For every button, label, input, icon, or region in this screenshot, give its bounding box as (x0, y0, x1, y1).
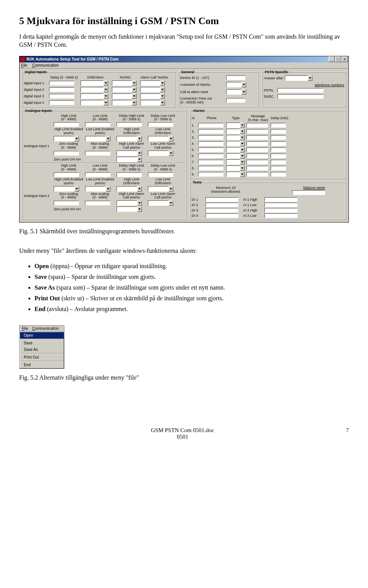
alarm7-type[interactable] (226, 159, 245, 165)
alarm7-msg[interactable] (246, 160, 268, 164)
alarm4-phone[interactable] (198, 141, 223, 146)
di1-nonc-combo[interactable] (112, 80, 139, 86)
alarm1-msg[interactable] (246, 123, 268, 128)
alarm9-type[interactable] (226, 172, 245, 177)
di2-nonc-combo[interactable] (112, 87, 139, 92)
ai1-lowdrift[interactable] (148, 136, 178, 141)
alarm3-msg[interactable] (246, 135, 268, 140)
ai1-highdrift[interactable] (117, 136, 146, 141)
menu-item-saveas[interactable]: Save As (20, 346, 64, 353)
ai1-highen[interactable] (54, 136, 84, 141)
ai2low-text[interactable] (264, 213, 297, 218)
ai1-lowen[interactable] (85, 136, 115, 141)
ai2-lowen[interactable] (85, 186, 115, 192)
alarm7-delay[interactable] (271, 160, 286, 164)
alarm8-phone[interactable] (198, 166, 223, 170)
di2-call-combo[interactable] (140, 87, 167, 92)
alarm5-phone[interactable] (198, 147, 223, 152)
alarm2-delay[interactable] (271, 129, 286, 134)
di3-delay-input[interactable] (49, 94, 74, 98)
alarm4-delay[interactable] (271, 141, 286, 146)
di2-drift-combo[interactable] (80, 87, 110, 92)
ai2-lowcall[interactable] (148, 200, 178, 206)
menu-file[interactable]: File (22, 326, 28, 331)
alarm6-msg[interactable] (246, 154, 268, 158)
answer-after-combo[interactable] (285, 75, 312, 81)
menu-item-open[interactable]: Open (20, 332, 64, 339)
alarm4-type[interactable] (226, 141, 245, 146)
ai2-highdrift[interactable] (117, 186, 146, 192)
alarm8-msg[interactable] (246, 166, 268, 170)
menu-item-printout[interactable]: Print Out (20, 354, 64, 360)
ai1-delaylow[interactable] (148, 122, 173, 127)
alarm5-delay[interactable] (271, 147, 286, 152)
alarm1-phone[interactable] (198, 123, 223, 128)
di2-delay-input[interactable] (49, 87, 74, 92)
ai1-max[interactable] (85, 151, 110, 156)
ai1-lowlimit[interactable] (85, 122, 110, 127)
ai1high-text[interactable] (264, 197, 297, 202)
di4-nonc-combo[interactable] (112, 100, 139, 105)
ai1-delayhigh[interactable] (117, 122, 142, 127)
ai1low-text[interactable] (264, 203, 297, 207)
alarm8-delay[interactable] (271, 166, 286, 170)
ai2-delayhigh[interactable] (117, 172, 142, 177)
ai2-delaylow[interactable] (148, 172, 173, 177)
alarm6-delay[interactable] (271, 154, 286, 158)
di2-text[interactable] (205, 203, 238, 207)
di4-delay-input[interactable] (49, 100, 74, 105)
ai1-zero[interactable] (54, 151, 79, 156)
ai2-highcall[interactable] (117, 200, 146, 206)
di1-drift-combo[interactable] (80, 80, 110, 86)
alarm6-type[interactable] (226, 153, 245, 159)
smsc-number-input[interactable] (278, 94, 324, 99)
di1-delay-input[interactable] (49, 81, 74, 85)
alarm2-type[interactable] (226, 129, 245, 134)
minimize-button[interactable]: _ (329, 56, 335, 62)
menu-file[interactable]: FFileile (21, 63, 27, 67)
alarm1-delay[interactable] (271, 123, 286, 128)
alarm3-phone[interactable] (198, 135, 223, 140)
menu-communication[interactable]: Communication (32, 63, 59, 67)
alarm2-phone[interactable] (198, 129, 223, 134)
alarm5-type[interactable] (226, 147, 245, 152)
alarm3-delay[interactable] (271, 135, 286, 140)
di3-drift-combo[interactable] (80, 93, 110, 99)
ai2-zero[interactable] (54, 201, 79, 205)
alarm8-type[interactable] (226, 165, 245, 171)
ai2-lowlimit[interactable] (85, 172, 110, 177)
di3-text[interactable] (205, 208, 238, 213)
ai2high-text[interactable] (264, 208, 297, 213)
di4-call-combo[interactable] (140, 100, 167, 105)
alarm4-msg[interactable] (246, 141, 268, 146)
maximize-button[interactable]: □ (335, 56, 341, 62)
ai1-zeropt[interactable] (117, 157, 146, 162)
pstn-number-input[interactable] (278, 88, 324, 93)
alarm9-msg[interactable] (246, 172, 268, 177)
ai1-highlimit[interactable] (54, 122, 79, 127)
ai1-lowcall[interactable] (148, 151, 178, 156)
menu-item-save[interactable]: Save (20, 340, 64, 346)
ai2-highen[interactable] (54, 186, 84, 192)
menu-communication[interactable]: Communication (32, 326, 59, 331)
ai2-max[interactable] (85, 201, 110, 205)
stations-name-input[interactable] (292, 190, 325, 195)
di1-call-combo[interactable] (140, 80, 167, 86)
alarm7-phone[interactable] (198, 160, 223, 164)
conn-timeout-input[interactable] (226, 98, 245, 103)
di1-text[interactable] (205, 197, 238, 202)
di4-text[interactable] (205, 213, 238, 218)
alarm3-type[interactable] (226, 135, 245, 140)
autoreset-combo[interactable] (226, 82, 249, 87)
menu-item-end[interactable]: End (20, 362, 64, 368)
device-id-input[interactable] (226, 75, 245, 80)
ai2-highlimit[interactable] (54, 172, 79, 177)
alarm9-delay[interactable] (271, 172, 286, 177)
alarm5-msg[interactable] (246, 147, 268, 152)
di3-nonc-combo[interactable] (112, 93, 139, 99)
ai1-highcall[interactable] (117, 151, 146, 156)
di3-call-combo[interactable] (140, 93, 167, 99)
alarm2-msg[interactable] (246, 129, 268, 134)
close-button[interactable]: × (342, 56, 348, 62)
alarm9-phone[interactable] (198, 172, 223, 177)
